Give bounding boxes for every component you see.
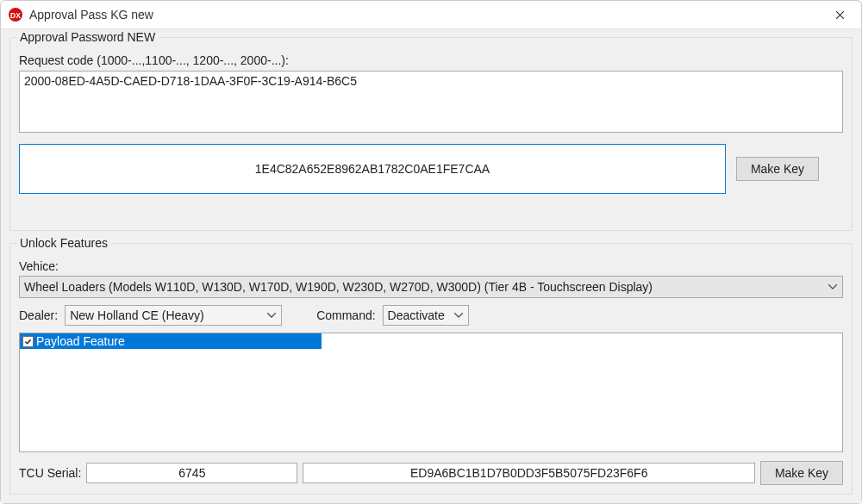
group-approval-password: Approval Password NEW Request code (1000… — [9, 37, 853, 231]
vehicle-select[interactable]: Wheel Loaders (Models W110D, W130D, W170… — [19, 276, 843, 298]
group-legend-unlock: Unlock Features — [16, 236, 111, 250]
request-code-input[interactable]: 2000-08ED-4A5D-CAED-D718-1DAA-3F0F-3C19-… — [19, 71, 843, 133]
vehicle-label: Vehice: — [19, 259, 843, 273]
request-code-label: Request code (1000-...,1100-..., 1200-..… — [19, 53, 843, 67]
tcu-serial-label: TCU Serial: — [19, 466, 81, 480]
group-legend-approval: Approval Password NEW — [16, 30, 159, 44]
checkbox-icon[interactable] — [22, 336, 34, 347]
svg-text:DX: DX — [10, 11, 21, 20]
make-key-button-bottom[interactable]: Make Key — [760, 461, 843, 485]
group-unlock-features: Unlock Features Vehice: Wheel Loaders (M… — [9, 243, 853, 495]
unlock-output-input[interactable] — [303, 463, 755, 483]
window: DX Approval Pass KG new Approval Passwor… — [0, 0, 862, 504]
key-result-input[interactable] — [19, 144, 726, 194]
tcu-serial-input[interactable] — [86, 463, 297, 483]
list-item-label: Payload Feature — [36, 334, 125, 348]
make-key-button-top[interactable]: Make Key — [736, 157, 819, 181]
app-icon: DX — [8, 7, 23, 22]
dealer-label: Dealer: — [19, 308, 58, 322]
command-label: Command: — [316, 308, 375, 322]
titlebar[interactable]: DX Approval Pass KG new — [1, 1, 861, 29]
feature-listbox[interactable]: Payload Feature — [19, 333, 843, 452]
command-select[interactable]: Deactivate — [383, 305, 469, 326]
window-body: Approval Password NEW Request code (1000… — [1, 29, 861, 503]
list-item[interactable]: Payload Feature — [20, 333, 322, 349]
window-title: Approval Pass KG new — [29, 8, 820, 22]
close-icon — [835, 10, 845, 20]
dealer-select[interactable]: New Holland CE (Heavy) — [65, 305, 282, 326]
close-button[interactable] — [820, 1, 859, 28]
